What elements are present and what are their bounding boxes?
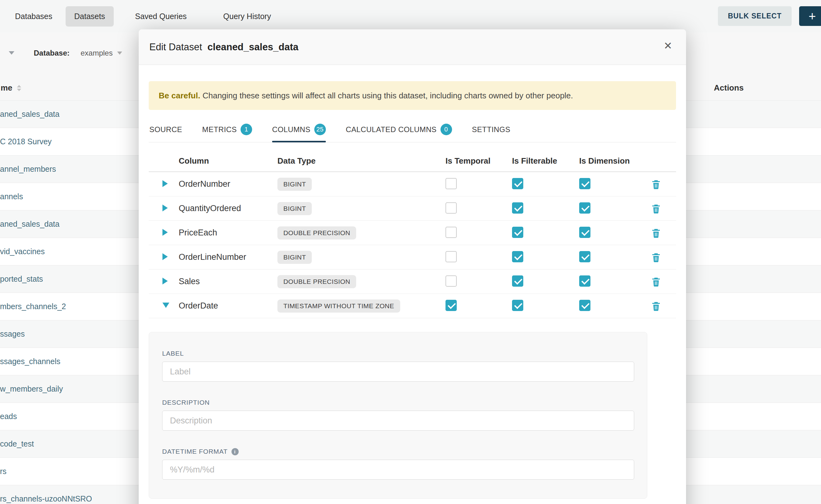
description-field-label: DESCRIPTION [162, 399, 634, 406]
is-dimension-checkbox[interactable] [579, 202, 591, 214]
is-temporal-checkbox[interactable] [446, 275, 457, 287]
info-icon[interactable]: i [231, 448, 239, 455]
nav-tab-query-history[interactable]: Query History [215, 6, 280, 27]
nav-tab-databases[interactable]: Databases [6, 6, 61, 27]
screen: Databases Datasets Saved Queries Query H… [0, 0, 821, 504]
tab-metrics[interactable]: METRICS 1 [202, 118, 252, 142]
column-row-expanded: OrderDate TIMESTAMP WITHOUT TIME ZONE [149, 294, 676, 318]
dataset-link[interactable]: ssages_channels [0, 357, 60, 366]
chevron-down-icon[interactable] [9, 51, 14, 55]
is-filterable-checkbox[interactable] [512, 275, 523, 287]
data-type-pill: BIGINT [277, 202, 312, 215]
bulk-select-button[interactable]: BULK SELECT [718, 6, 792, 26]
column-row: OrderLineNumber BIGINT [149, 245, 676, 269]
nav-tab-datasets[interactable]: Datasets [66, 6, 114, 27]
is-temporal-checkbox[interactable] [446, 300, 457, 311]
tab-calculated-columns[interactable]: CALCULATED COLUMNS 0 [346, 118, 452, 142]
column-header-name[interactable]: me [1, 83, 21, 93]
is-filterable-checkbox[interactable] [512, 227, 523, 238]
expand-caret-icon[interactable] [162, 253, 168, 260]
delete-column-icon[interactable] [651, 203, 661, 214]
expand-caret-icon[interactable] [162, 278, 168, 284]
header-is-temporal: Is Temporal [446, 156, 512, 166]
tab-settings-label: SETTINGS [472, 125, 511, 134]
dataset-link[interactable]: rs [0, 467, 7, 476]
dataset-link[interactable]: ported_stats [0, 274, 43, 284]
is-temporal-checkbox[interactable] [446, 202, 457, 214]
database-filter-select[interactable]: examples [81, 49, 122, 57]
delete-column-icon[interactable] [651, 179, 661, 190]
tab-metrics-label: METRICS [202, 125, 237, 134]
dataset-link[interactable]: aned_sales_data [0, 110, 59, 119]
is-filterable-checkbox[interactable] [512, 202, 523, 214]
column-name: QuantityOrdered [179, 204, 277, 213]
warning-banner: Be careful. Changing these settings will… [149, 81, 676, 110]
tab-bar: SOURCE METRICS 1 COLUMNS 25 CALCULATED C… [149, 118, 676, 142]
expand-caret-icon[interactable] [162, 229, 168, 236]
header-column: Column [179, 156, 277, 166]
edit-dataset-modal: Edit Dataset cleaned_sales_data ✕ Be car… [139, 29, 686, 504]
modal-title: Edit Dataset cleaned_sales_data [149, 42, 298, 53]
close-icon[interactable]: ✕ [664, 41, 672, 51]
datetime-format-input[interactable] [162, 460, 634, 480]
is-filterable-checkbox[interactable] [512, 300, 523, 311]
metrics-count-badge: 1 [240, 124, 252, 135]
column-editor-panel: LABEL DESCRIPTION DATETIME FORMAT i [149, 332, 647, 499]
add-dataset-button[interactable]: + [799, 6, 821, 26]
expand-caret-icon[interactable] [162, 180, 168, 187]
column-row: Sales DOUBLE PRECISION [149, 269, 676, 294]
collapse-caret-icon[interactable] [162, 303, 169, 308]
is-filterable-checkbox[interactable] [512, 178, 523, 189]
calculated-columns-count-badge: 0 [441, 124, 452, 135]
header-data-type: Data Type [277, 156, 446, 166]
label-input[interactable] [162, 362, 634, 382]
dataset-link[interactable]: mbers_channels_2 [0, 302, 66, 311]
dataset-link[interactable]: annels [0, 192, 23, 201]
description-field-group: DESCRIPTION [162, 399, 634, 431]
dataset-link[interactable]: vid_vaccines [0, 247, 45, 256]
dataset-link[interactable]: code_test [0, 439, 34, 448]
is-dimension-checkbox[interactable] [579, 251, 591, 262]
column-header-actions: Actions [714, 83, 744, 93]
tab-columns-label: COLUMNS [272, 125, 310, 134]
tab-settings[interactable]: SETTINGS [472, 118, 511, 142]
delete-column-icon[interactable] [651, 228, 661, 238]
is-temporal-checkbox[interactable] [446, 227, 457, 238]
columns-table: Column Data Type Is Temporal Is Filterab… [149, 142, 676, 318]
top-nav: Databases Datasets Saved Queries Query H… [0, 0, 821, 32]
column-row: QuantityOrdered BIGINT [149, 196, 676, 221]
dataset-link[interactable]: eads [0, 412, 17, 421]
is-filterable-checkbox[interactable] [512, 251, 523, 262]
header-is-dimension: Is Dimension [579, 156, 636, 166]
delete-column-icon[interactable] [651, 252, 661, 263]
is-dimension-checkbox[interactable] [579, 275, 591, 287]
columns-table-body: OrderNumber BIGINT QuantityOrdered BIGIN… [149, 172, 676, 318]
data-type-pill: BIGINT [277, 178, 312, 191]
name-header-label: me [1, 83, 12, 93]
delete-column-icon[interactable] [651, 301, 661, 311]
is-dimension-checkbox[interactable] [579, 227, 591, 238]
delete-column-icon[interactable] [651, 276, 661, 287]
dataset-link[interactable]: rs_channels-uzooNNtSRO [0, 494, 92, 503]
tab-source[interactable]: SOURCE [149, 118, 182, 142]
nav-tab-saved-queries[interactable]: Saved Queries [126, 6, 195, 27]
is-dimension-checkbox[interactable] [579, 178, 591, 189]
is-temporal-checkbox[interactable] [446, 251, 457, 262]
description-input[interactable] [162, 411, 634, 431]
column-name: OrderNumber [179, 179, 277, 189]
expand-caret-icon[interactable] [162, 205, 168, 211]
column-row: OrderNumber BIGINT [149, 172, 676, 196]
tab-calculated-columns-label: CALCULATED COLUMNS [346, 125, 437, 134]
tab-columns[interactable]: COLUMNS 25 [272, 118, 326, 142]
dataset-link[interactable]: C 2018 Survey [0, 137, 52, 146]
dataset-link[interactable]: annel_members [0, 165, 56, 174]
modal-title-prefix: Edit Dataset [149, 42, 202, 52]
warning-text: Changing these settings will affect all … [202, 91, 573, 100]
dataset-link[interactable]: w_members_daily [0, 384, 63, 393]
dataset-link[interactable]: ssages [0, 329, 25, 338]
is-temporal-checkbox[interactable] [446, 178, 457, 189]
filter-bar: Database: examples [0, 44, 137, 62]
dataset-link[interactable]: aned_sales_data [0, 220, 59, 229]
is-dimension-checkbox[interactable] [579, 300, 591, 311]
column-name: PriceEach [179, 228, 277, 238]
